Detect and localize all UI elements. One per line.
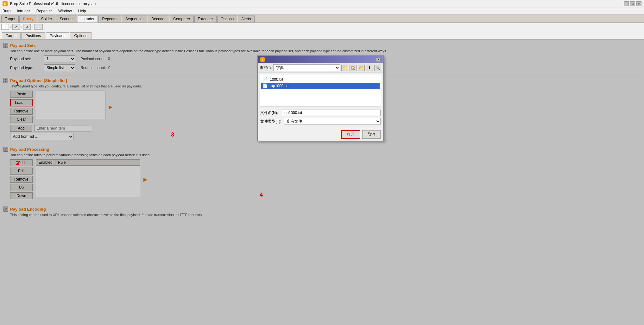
tab-target[interactable]: Target — [1, 16, 19, 22]
file-icon-top1000: 📄 — [262, 83, 268, 88]
title-bar: S Burp Suite Professional v1.6 - license… — [0, 0, 644, 8]
tab-repeater[interactable]: Repeater — [98, 16, 121, 22]
tab-decoder[interactable]: Decoder — [148, 16, 169, 22]
dialog-close-button[interactable]: × — [376, 57, 381, 62]
subtab-bar: Target Positions Payloads Options — [0, 31, 644, 40]
minimize-button[interactable]: − — [624, 1, 629, 6]
tab-intruder[interactable]: Intruder — [78, 16, 98, 22]
dialog-toolbar-label: 查找(I): — [260, 65, 272, 71]
file-item-top1000[interactable]: 📄 top1000.txt — [261, 83, 380, 89]
dialog-icon-home[interactable]: 🏠 — [350, 65, 357, 71]
file-item-1000[interactable]: 📄 1000.txt — [261, 76, 380, 83]
dialog-icon-search[interactable]: 🔍 — [374, 65, 381, 71]
dialog-app-icon: S — [260, 57, 265, 62]
dialog-cancel-button[interactable]: 取消 — [362, 130, 381, 139]
menu-repeater[interactable]: Repeater — [35, 9, 53, 14]
intruder-tab-1[interactable]: 1 — [1, 24, 9, 30]
dialog-icon-new-folder[interactable]: 📂 — [358, 65, 365, 71]
filetype-label: 文件类型(T): — [260, 119, 281, 124]
dialog-file-list: 📄 1000.txt 📄 top1000.txt — [260, 75, 381, 106]
file-name-1000: 1000.txt — [270, 77, 283, 82]
main-content: ? Payload Sets You can define one or mor… — [0, 40, 644, 325]
filename-label: 文件名(N): — [260, 110, 279, 116]
app-icon: S — [3, 1, 8, 6]
file-dialog: S × 查找(I): 字典 📁 🏠 📂 ⬆ 🔍 📄 100 — [257, 55, 384, 141]
tab-comparer[interactable]: Comparer — [170, 16, 193, 22]
filetype-select[interactable]: 所有文件 — [284, 118, 381, 125]
dialog-form: 文件名(N): 文件类型(T): 所有文件 — [258, 108, 383, 128]
tab-proxy[interactable]: Proxy — [19, 16, 37, 22]
dialog-titlebar: S × — [258, 56, 383, 63]
menu-bar: Burp Intruder Repeater Window Help — [0, 8, 644, 15]
menu-help[interactable]: Help — [77, 9, 87, 14]
tab-sequencer[interactable]: Sequencer — [122, 16, 147, 22]
intruder-tabs-bar: 1 × 2 × 3 × ... — [0, 23, 644, 31]
tab-scanner[interactable]: Scanner — [56, 16, 77, 22]
tab-extender[interactable]: Extender — [194, 16, 217, 22]
subtab-payloads[interactable]: Payloads — [46, 32, 69, 39]
dialog-icon-up[interactable]: ⬆ — [366, 65, 373, 71]
intruder-tab-3[interactable]: 3 — [23, 24, 31, 30]
close-button[interactable]: × — [636, 1, 641, 6]
dialog-icon-folder[interactable]: 📁 — [341, 65, 348, 71]
app-title: Burp Suite Professional v1.6 - licensed … — [10, 2, 96, 6]
tab-options[interactable]: Options — [217, 16, 237, 22]
menu-burp[interactable]: Burp — [1, 9, 12, 14]
main-tab-bar: Target Proxy Spider Scanner Intruder Rep… — [0, 15, 644, 23]
maximize-button[interactable]: □ — [630, 1, 635, 6]
dialog-path-select[interactable]: 字典 — [273, 64, 340, 71]
dialog-open-button[interactable]: 打开 — [341, 130, 360, 139]
intruder-tab-more[interactable]: ... — [34, 24, 43, 30]
menu-intruder[interactable]: Intruder — [16, 9, 31, 14]
intruder-tab-2[interactable]: 2 — [12, 24, 20, 30]
file-dialog-overlay: S × 查找(I): 字典 📁 🏠 📂 ⬆ 🔍 📄 100 — [0, 40, 644, 325]
menu-window[interactable]: Window — [57, 9, 73, 14]
subtab-positions[interactable]: Positions — [21, 32, 45, 39]
dialog-toolbar: 查找(I): 字典 📁 🏠 📂 ⬆ 🔍 — [258, 63, 383, 73]
filename-input[interactable] — [282, 110, 381, 116]
tab-spider[interactable]: Spider — [38, 16, 56, 22]
tab-alerts[interactable]: Alerts — [238, 16, 255, 22]
file-icon-1000: 📄 — [262, 77, 268, 82]
subtab-target[interactable]: Target — [2, 32, 21, 39]
subtab-options[interactable]: Options — [70, 32, 91, 39]
dialog-buttons: 打开 取消 — [258, 128, 383, 141]
file-name-top1000: top1000.txt — [270, 84, 288, 88]
